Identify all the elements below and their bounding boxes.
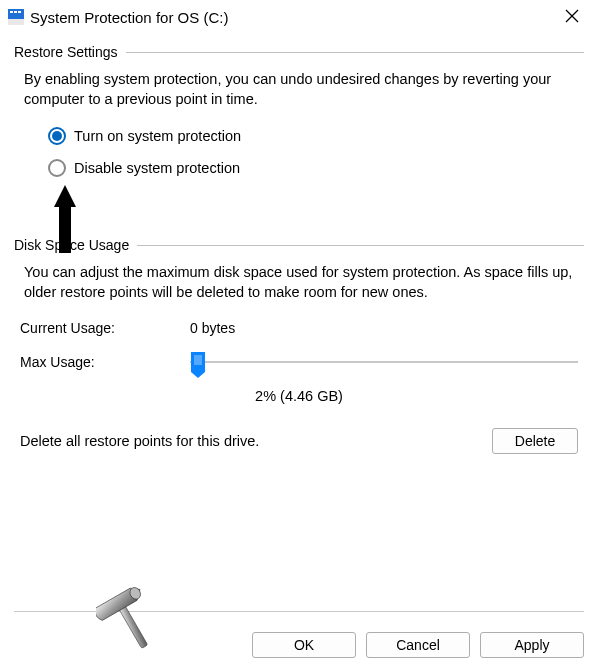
titlebar: System Protection for OS (C:) bbox=[0, 0, 602, 32]
divider bbox=[126, 52, 585, 53]
ok-button[interactable]: OK bbox=[252, 632, 356, 658]
current-usage-label: Current Usage: bbox=[20, 320, 150, 336]
svg-rect-1 bbox=[8, 19, 24, 25]
radio-turn-on[interactable]: Turn on system protection bbox=[48, 127, 584, 145]
restore-section-label: Restore Settings bbox=[14, 44, 118, 60]
svg-rect-3 bbox=[14, 11, 17, 13]
restore-radio-group: Turn on system protection Disable system… bbox=[48, 127, 584, 177]
dialog-buttons: OK Cancel Apply bbox=[252, 632, 584, 658]
window-title: System Protection for OS (C:) bbox=[30, 9, 552, 26]
disk-section-header: Disk Space Usage bbox=[14, 237, 584, 253]
delete-button[interactable]: Delete bbox=[492, 428, 578, 454]
radio-disable[interactable]: Disable system protection bbox=[48, 159, 584, 177]
hammer-cursor-icon bbox=[96, 580, 166, 660]
slider-track bbox=[190, 361, 578, 363]
footer-divider bbox=[14, 611, 584, 612]
radio-icon bbox=[48, 159, 66, 177]
svg-point-8 bbox=[128, 586, 143, 601]
svg-rect-7 bbox=[117, 602, 148, 649]
restore-description: By enabling system protection, you can u… bbox=[24, 70, 580, 109]
max-usage-slider[interactable] bbox=[190, 352, 578, 372]
slider-thumb[interactable] bbox=[191, 352, 205, 372]
svg-rect-2 bbox=[10, 11, 13, 13]
apply-button[interactable]: Apply bbox=[480, 632, 584, 658]
system-protection-icon bbox=[8, 9, 24, 25]
current-usage-value: 0 bytes bbox=[190, 320, 235, 336]
divider bbox=[137, 245, 584, 246]
max-usage-label: Max Usage: bbox=[20, 354, 150, 370]
cancel-button[interactable]: Cancel bbox=[366, 632, 470, 658]
radio-disable-label: Disable system protection bbox=[74, 160, 240, 176]
disk-description: You can adjust the maximum disk space us… bbox=[24, 263, 580, 302]
radio-turn-on-label: Turn on system protection bbox=[74, 128, 241, 144]
svg-rect-4 bbox=[18, 11, 21, 13]
max-usage-readout: 2% (4.46 GB) bbox=[14, 388, 584, 404]
radio-icon bbox=[48, 127, 66, 145]
delete-row: Delete all restore points for this drive… bbox=[20, 428, 578, 454]
close-button[interactable] bbox=[552, 7, 592, 28]
arrow-overlay-icon bbox=[54, 185, 76, 253]
max-usage-row: Max Usage: bbox=[20, 352, 578, 372]
current-usage-row: Current Usage: 0 bytes bbox=[20, 320, 578, 336]
delete-description: Delete all restore points for this drive… bbox=[20, 433, 492, 449]
svg-rect-0 bbox=[8, 9, 24, 19]
restore-section-header: Restore Settings bbox=[14, 44, 584, 60]
dialog-content: Restore Settings By enabling system prot… bbox=[0, 32, 602, 454]
